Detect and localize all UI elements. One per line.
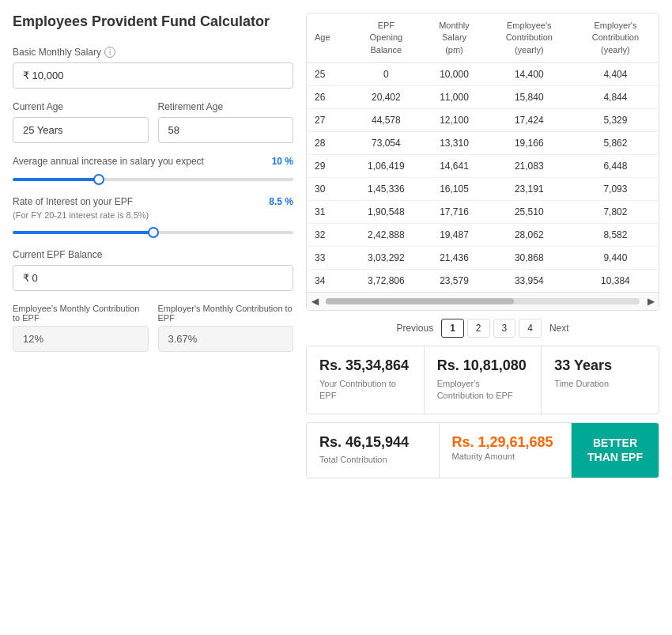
salary-increase-pct: 10 % [272,156,293,167]
table-header: Age EPFOpeningBalance MonthlySalary(pm) … [307,13,659,63]
table-cell: 26 [307,86,349,109]
table-cell: 23,191 [486,178,572,201]
table-cell: 30 [307,178,349,201]
maturity-sub: Maturity Amount [452,451,559,463]
scroll-track[interactable] [326,298,640,304]
table-cell: 4,844 [572,86,659,109]
basic-salary-input[interactable] [13,62,293,89]
employer-contrib-field: Employer's Monthly Contribution to EPF 3… [158,304,294,352]
table-cell: 28 [307,132,349,155]
epf-rate-label: Rate of Interest on your EPF [13,196,133,207]
maturity-card: Rs. 1,29,61,685 Maturity Amount [440,423,572,478]
employee-contribution-card: Rs. 35,34,864 Your Contribution to EPF [307,346,425,413]
basic-salary-label: Basic Monthly Salary [13,47,101,58]
retirement-age-input[interactable] [158,117,294,143]
scroll-left-arrow[interactable]: ◀ [307,296,323,307]
table-cell: 31 [307,201,349,224]
table-cell: 27 [307,109,349,132]
page-3-button[interactable]: 3 [493,319,516,338]
table-row: 322,42,88819,48728,0628,582 [307,224,659,247]
summary-row: Rs. 35,34,864 Your Contribution to EPF R… [306,346,659,414]
table-cell: 33,954 [486,270,572,293]
employee-contrib-label: Employee's Monthly Contribution to EPF [13,304,149,323]
page-4-button[interactable]: 4 [519,319,542,338]
epf-rate-slider[interactable] [13,231,293,234]
total-contribution-sub: Total Contribution [319,454,426,466]
table-cell: 23,579 [422,270,486,293]
col-opening: EPFOpeningBalance [349,13,422,63]
table-cell: 8,582 [572,224,659,247]
table-row: 291,06,41914,64121,0836,448 [307,155,659,178]
table-cell: 15,840 [486,86,572,109]
current-epf-label: Current EPF Balance [13,249,102,260]
table-cell: 21,436 [422,247,486,270]
bottom-row: Rs. 46,15,944 Total Contribution Rs. 1,2… [306,422,659,478]
current-epf-input[interactable] [13,265,293,291]
duration-sub: Time Duration [554,378,646,390]
page-2-button[interactable]: 2 [467,319,490,338]
table-cell: 1,90,548 [349,201,422,224]
retirement-age-group: Retirement Age [158,101,294,143]
contribution-fields: Employee's Monthly Contribution to EPF 1… [13,304,293,352]
col-age: Age [307,13,349,63]
table-cell: 30,868 [486,247,572,270]
table-cell: 73,054 [349,132,422,155]
basic-salary-group: Basic Monthly Salary i [13,47,293,89]
table-cell: 44,578 [349,109,422,132]
previous-button[interactable]: Previous [391,319,438,337]
table-cell: 19,487 [422,224,486,247]
table-row: 343,72,80623,57933,95410,384 [307,270,659,293]
page-title: Employees Provident Fund Calculator [13,13,293,31]
current-age-group: Current Age [13,101,149,143]
table-cell: 17,716 [422,201,486,224]
table-cell: 25 [307,63,349,86]
epf-rate-sublabel: (For FY 20-21 interest rate is 8.5%) [13,210,293,220]
duration-main: 33 Years [554,357,646,375]
better-than-epf-button[interactable]: BETTER THAN EPF [572,423,659,478]
epf-table: Age EPFOpeningBalance MonthlySalary(pm) … [307,13,659,292]
table-row: 311,90,54817,71625,5107,802 [307,201,659,224]
employer-contribution-sub: Employer's Contribution to EPF [437,378,529,403]
table-cell: 19,166 [486,132,572,155]
employee-contribution-sub: Your Contribution to EPF [319,378,411,403]
salary-increase-slider[interactable] [13,178,293,181]
table-row: 2744,57812,10017,4245,329 [307,109,659,132]
epf-table-wrapper: Age EPFOpeningBalance MonthlySalary(pm) … [306,13,659,311]
current-epf-group: Current EPF Balance [13,249,293,291]
table-cell: 28,062 [486,224,572,247]
table-cell: 2,42,888 [349,224,422,247]
table-cell: 21,083 [486,155,572,178]
table-row: 301,45,33616,10523,1917,093 [307,178,659,201]
maturity-main: Rs. 1,29,61,685 [452,434,559,451]
employee-contrib-field: Employee's Monthly Contribution to EPF 1… [13,304,149,352]
table-cell: 13,310 [422,132,486,155]
info-icon[interactable]: i [104,47,115,58]
table-cell: 0 [349,63,422,86]
col-employer: Employer'sContribution(yearly) [572,13,659,63]
page-1-button[interactable]: 1 [441,319,464,338]
table-cell: 1,45,336 [349,178,422,201]
employee-contribution-main: Rs. 35,34,864 [319,357,411,375]
current-age-input[interactable] [13,117,149,143]
table-cell: 10,000 [422,63,486,86]
age-row: Current Age Retirement Age [13,101,293,156]
scroll-right-arrow[interactable]: ▶ [643,296,659,307]
table-cell: 14,641 [422,155,486,178]
employer-contrib-label: Employer's Monthly Contribution to EPF [158,304,294,323]
duration-card: 33 Years Time Duration [542,346,659,413]
next-button[interactable]: Next [545,319,574,337]
table-cell: 6,448 [572,155,659,178]
table-cell: 9,440 [572,247,659,270]
table-cell: 33 [307,247,349,270]
retirement-age-label: Retirement Age [158,101,224,112]
table-cell: 17,424 [486,109,572,132]
epf-rate-slider-row: Rate of Interest on your EPF 8.5 % (For … [13,196,293,236]
table-row: 2620,40211,00015,8404,844 [307,86,659,109]
table-cell: 7,093 [572,178,659,201]
employer-contribution-card: Rs. 10,81,080 Employer's Contribution to… [425,346,542,413]
right-panel: Age EPFOpeningBalance MonthlySalary(pm) … [306,13,659,478]
pagination: Previous 1 2 3 4 Next [306,319,659,338]
salary-increase-slider-row: Average annual increase in salary you ex… [13,156,293,183]
col-employee: Employee'sContribution(yearly) [486,13,572,63]
salary-increase-label: Average annual increase in salary you ex… [13,156,204,167]
